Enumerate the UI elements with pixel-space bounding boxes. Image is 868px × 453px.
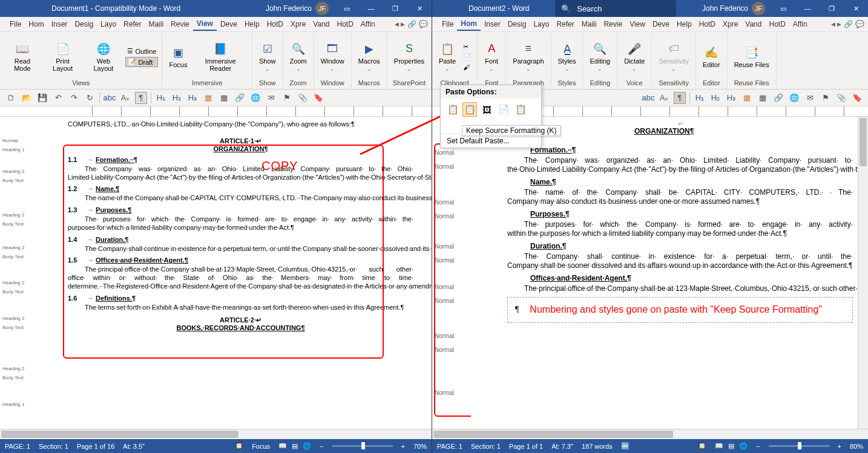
status-words[interactable]: 187 words xyxy=(582,443,613,450)
minimize-icon[interactable]: — xyxy=(359,0,383,17)
paste-keep-source-icon[interactable]: 📋 xyxy=(446,102,460,117)
user-avatar[interactable]: JF xyxy=(752,2,765,15)
macros-button[interactable]: ▶Macros⌄ xyxy=(355,41,383,74)
user-avatar[interactable]: JF xyxy=(315,2,329,15)
ruler-left[interactable] xyxy=(0,106,432,117)
open-icon[interactable]: 📂 xyxy=(21,92,33,104)
heading3-icon[interactable]: H₃ xyxy=(725,92,737,104)
status-page[interactable]: PAGE: 1 xyxy=(5,443,30,450)
globe-icon[interactable]: 🌐 xyxy=(788,92,800,104)
menu-affinity[interactable]: Affin xyxy=(789,18,811,30)
menu-home[interactable]: Hom xyxy=(25,18,47,30)
zoom-in-icon[interactable]: + xyxy=(838,443,841,450)
ribbon-options-icon[interactable]: ▭ xyxy=(335,0,359,17)
close-icon[interactable]: ✕ xyxy=(407,0,432,17)
zoom-button[interactable]: 🔍Zoom⌄ xyxy=(287,41,310,74)
menu-overflow-icon[interactable]: ◀ ▶ xyxy=(395,21,405,27)
heading1-icon[interactable]: H₁ xyxy=(694,92,706,104)
menu-home[interactable]: Hom xyxy=(457,18,481,31)
menu-insert[interactable]: Inser xyxy=(48,18,71,30)
status-zoom[interactable]: 70% xyxy=(413,443,427,450)
menu-hotdocs2[interactable]: HotD xyxy=(765,18,789,30)
menu-references[interactable]: Refer xyxy=(553,18,577,30)
menu-hotdocs[interactable]: HotD xyxy=(263,18,287,30)
comments-icon[interactable]: 💬 xyxy=(855,20,864,28)
paste-merge-formatting-icon[interactable]: 📋 xyxy=(462,102,477,117)
repeat-icon[interactable]: ↻ xyxy=(84,92,96,104)
editor-button[interactable]: ✍Editor xyxy=(700,44,723,70)
paste-text-only-icon[interactable]: 📄 xyxy=(496,102,511,117)
reuse-files-button[interactable]: 📑Reuse Files xyxy=(731,44,772,70)
bookmark-icon[interactable]: 🔖 xyxy=(312,92,324,104)
restore-icon[interactable]: ❐ xyxy=(383,0,407,17)
menu-review[interactable]: Revie xyxy=(600,18,626,30)
paste-picture-icon[interactable]: 🖼 xyxy=(479,102,494,117)
draft-button[interactable]: 📝Draft xyxy=(125,57,159,67)
print-view-icon[interactable]: ▤ xyxy=(292,442,298,450)
properties-button[interactable]: SProperties⌄ xyxy=(391,41,427,74)
link-icon[interactable]: 🔗 xyxy=(234,92,246,104)
table-icon[interactable]: ▦ xyxy=(757,92,769,104)
menu-affinity[interactable]: Affin xyxy=(357,18,379,30)
status-section[interactable]: Section: 1 xyxy=(39,443,68,450)
zoom-in-icon[interactable]: + xyxy=(401,443,405,450)
minimize-icon[interactable]: — xyxy=(795,0,820,17)
web-layout-button[interactable]: 🌐Web Layout xyxy=(84,41,122,73)
heading3-icon[interactable]: H₃ xyxy=(186,92,199,104)
menu-view[interactable]: View xyxy=(626,18,649,30)
paste-button[interactable]: 📋Paste⌄ xyxy=(436,41,459,74)
menu-developer[interactable]: Deve xyxy=(217,18,241,30)
copy-icon[interactable]: 📄 xyxy=(461,53,473,62)
hscrollbar-left[interactable] xyxy=(0,429,432,439)
editing-button[interactable]: 🔍Editing⌄ xyxy=(587,41,613,74)
page-right[interactable]: ↵ ORGANIZATION¶ Formation.··¶ The· Compa… xyxy=(471,117,868,429)
menu-overflow-icon[interactable]: ◀ ▶ xyxy=(831,21,841,27)
pilcrow-icon[interactable]: ¶ xyxy=(135,92,147,104)
lang-icon[interactable]: 🔤 xyxy=(621,442,630,450)
immersive-reader-button[interactable]: 📘Immersive Reader xyxy=(192,41,248,73)
heading2-icon[interactable]: H₂ xyxy=(171,92,183,104)
attach-icon[interactable]: 📎 xyxy=(297,92,309,104)
flag-icon[interactable]: ⚑ xyxy=(281,92,293,104)
menu-references[interactable]: Refer xyxy=(120,18,145,30)
save-icon[interactable]: 💾 xyxy=(36,92,48,104)
dictate-button[interactable]: 🎤Dictate⌄ xyxy=(621,41,648,74)
status-section[interactable]: Section: 1 xyxy=(471,443,501,450)
zoom-slider[interactable] xyxy=(769,445,829,447)
menu-developer[interactable]: Deve xyxy=(649,18,673,30)
clear-format-icon[interactable]: Aₓ xyxy=(658,92,670,104)
menu-vand[interactable]: Vand xyxy=(741,18,765,30)
menu-hotdocs[interactable]: HotD xyxy=(695,18,719,30)
zoom-out-icon[interactable]: − xyxy=(756,443,760,450)
comments-icon[interactable]: 💬 xyxy=(419,20,428,28)
status-page[interactable]: PAGE: 1 xyxy=(437,443,462,450)
menu-xpressdox[interactable]: Xpre xyxy=(287,18,309,30)
menu-layout[interactable]: Layo xyxy=(530,18,553,30)
menu-file[interactable]: File xyxy=(438,18,457,30)
menu-file[interactable]: File xyxy=(6,18,25,30)
paste-link-icon[interactable]: 📋 xyxy=(513,102,528,117)
styles-button[interactable]: A̲Styles⌄ xyxy=(555,41,579,74)
web-view-icon[interactable]: 🌐 xyxy=(739,442,748,450)
cut-icon[interactable]: ✂ xyxy=(461,42,473,51)
vscrollbar-right[interactable] xyxy=(858,117,868,429)
menu-design[interactable]: Desig xyxy=(71,18,97,30)
close-icon[interactable]: ✕ xyxy=(844,0,868,17)
undo-icon[interactable]: ↶ xyxy=(52,92,64,104)
print-layout-button[interactable]: 📄Print Layout xyxy=(44,41,82,73)
document-area-left[interactable]: NormalHeading 1Heading 2Body TextHeading… xyxy=(0,117,432,429)
menu-review[interactable]: Revie xyxy=(167,18,193,30)
read-view-icon[interactable]: 📖 xyxy=(278,442,287,450)
status-page-of[interactable]: Page 1 of 1 xyxy=(509,443,543,450)
grid-icon[interactable]: ▦ xyxy=(741,92,753,104)
menu-layout[interactable]: Layo xyxy=(97,18,120,30)
window-button[interactable]: 🗔Window⌄ xyxy=(318,41,347,74)
attach-icon[interactable]: 📎 xyxy=(835,92,847,104)
hscrollbar-right[interactable] xyxy=(432,429,868,439)
menu-vand[interactable]: Vand xyxy=(309,18,333,30)
show-button[interactable]: ☑Show⌄ xyxy=(256,41,279,74)
read-view-icon[interactable]: 📖 xyxy=(715,442,723,450)
zoom-out-icon[interactable]: − xyxy=(320,443,323,450)
focus-mode-icon[interactable]: 🔲 xyxy=(698,442,706,450)
focus-mode-icon[interactable]: 🔲 xyxy=(235,442,243,450)
